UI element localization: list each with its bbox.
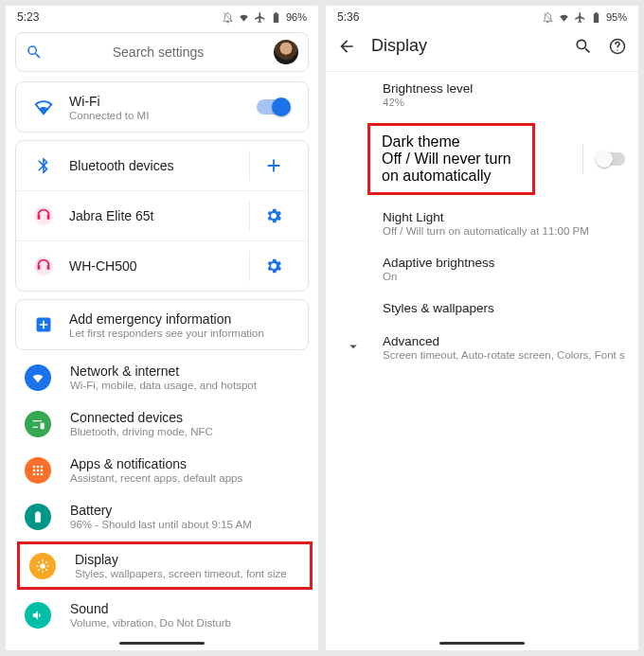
wifi-row[interactable]: Wi-Fi Connected to MI bbox=[16, 82, 308, 132]
battery-icon bbox=[270, 11, 282, 24]
apps-icon bbox=[30, 463, 45, 478]
gear-icon[interactable] bbox=[264, 257, 283, 275]
wifi-icon bbox=[558, 11, 570, 24]
adaptive-sub: On bbox=[383, 271, 625, 282]
wifi-icon bbox=[30, 370, 45, 385]
search-icon[interactable] bbox=[574, 37, 593, 56]
nav-pill[interactable] bbox=[439, 642, 525, 645]
svg-point-3 bbox=[33, 465, 36, 468]
svg-point-6 bbox=[33, 469, 36, 471]
bluetooth-icon bbox=[34, 156, 53, 175]
brightness-icon bbox=[35, 558, 50, 574]
night-title: Night Light bbox=[383, 210, 625, 224]
brightness-sub: 42% bbox=[383, 97, 625, 108]
brightness-title: Brightness level bbox=[383, 81, 625, 96]
search-icon bbox=[26, 44, 43, 61]
apps-sub: Assistant, recent apps, default apps bbox=[70, 472, 311, 484]
dark-toggle[interactable] bbox=[597, 152, 625, 166]
advanced-sub: Screen timeout, Auto-rotate screen, Colo… bbox=[383, 349, 625, 361]
status-bar: 5:36 95% bbox=[326, 6, 638, 27]
chevron-down-icon bbox=[345, 338, 362, 355]
plus-icon[interactable] bbox=[263, 155, 284, 176]
svg-point-5 bbox=[41, 465, 44, 468]
emergency-sub: Let first responders see your informatio… bbox=[69, 328, 296, 339]
battery-pct: 95% bbox=[606, 11, 627, 23]
dnd-icon bbox=[542, 11, 554, 24]
entry-display[interactable]: DisplayStyles, wallpapers, screen timeou… bbox=[17, 541, 313, 590]
nav-pill[interactable] bbox=[119, 642, 205, 645]
entry-network[interactable]: Network & internetWi-Fi, mobile, data us… bbox=[11, 354, 318, 400]
emergency-card[interactable]: Add emergency information Let first resp… bbox=[15, 299, 309, 350]
svg-point-4 bbox=[37, 465, 40, 468]
wifi-card: Wi-Fi Connected to MI bbox=[15, 81, 309, 133]
battery-icon bbox=[590, 11, 602, 24]
clock: 5:23 bbox=[17, 10, 39, 24]
bt2-title: WH-CH500 bbox=[69, 258, 249, 274]
advanced-item[interactable]: Advanced Screen timeout, Auto-rotate scr… bbox=[326, 325, 638, 370]
apps-title: Apps & notifications bbox=[70, 456, 311, 471]
brightness-item[interactable]: Brightness level 42% bbox=[326, 72, 638, 117]
connected-title: Connected devices bbox=[70, 410, 311, 425]
headphones-icon bbox=[33, 205, 54, 226]
svg-point-11 bbox=[41, 472, 44, 475]
back-icon[interactable] bbox=[337, 37, 356, 56]
gear-icon[interactable] bbox=[264, 206, 283, 225]
bluetooth-card: Bluetooth devices Jabra Elite 65t WH-CH5… bbox=[15, 140, 309, 292]
adaptive-title: Adaptive brightness bbox=[383, 256, 625, 270]
airplane-icon bbox=[574, 11, 586, 24]
battery-icon bbox=[31, 510, 45, 523]
help-icon[interactable] bbox=[608, 37, 627, 56]
svg-point-9 bbox=[33, 472, 36, 475]
styles-item[interactable]: Styles & wallpapers bbox=[326, 292, 638, 325]
avatar[interactable] bbox=[274, 40, 298, 64]
display-sub: Styles, wallpapers, screen timeout, font… bbox=[75, 568, 306, 579]
sound-sub: Volume, vibration, Do Not Disturb bbox=[70, 617, 311, 629]
battery-pct: 96% bbox=[286, 11, 307, 23]
airplane-icon bbox=[254, 11, 266, 24]
night-light-item[interactable]: Night Light Off / Will turn on automatic… bbox=[326, 201, 638, 246]
entry-connected[interactable]: Connected devicesBluetooth, driving mode… bbox=[11, 400, 318, 447]
headphones-icon bbox=[33, 256, 54, 276]
plus-square-icon bbox=[34, 315, 53, 334]
status-icons: 95% bbox=[542, 11, 627, 24]
network-sub: Wi-Fi, mobile, data usage, and hotspot bbox=[70, 380, 311, 391]
network-title: Network & internet bbox=[70, 363, 311, 379]
battery-sub: 96% - Should last until about 9:15 AM bbox=[70, 519, 311, 530]
wifi-toggle[interactable] bbox=[257, 99, 289, 115]
search-settings[interactable]: Search settings bbox=[15, 32, 309, 72]
bluetooth-title: Bluetooth devices bbox=[69, 158, 249, 173]
wifi-icon bbox=[238, 11, 250, 24]
wifi-title: Wi-Fi bbox=[69, 94, 249, 109]
bluetooth-row[interactable]: Bluetooth devices bbox=[16, 141, 308, 190]
svg-point-10 bbox=[37, 472, 40, 475]
dark-sub: Off / Will never turn on automatically bbox=[382, 151, 521, 185]
bt-device-2[interactable]: WH-CH500 bbox=[16, 240, 308, 291]
sound-icon bbox=[31, 609, 45, 622]
display-settings-screen: 5:36 95% Display Brightness level 42% Da… bbox=[326, 6, 638, 650]
display-title: Display bbox=[75, 552, 306, 567]
header-title: Display bbox=[371, 36, 559, 56]
svg-point-8 bbox=[41, 469, 44, 471]
styles-title: Styles & wallpapers bbox=[383, 301, 625, 315]
devices-icon bbox=[30, 417, 45, 432]
status-bar: 5:23 96% bbox=[6, 6, 318, 27]
settings-home-screen: 5:23 96% Search settings Wi-Fi Connected… bbox=[6, 6, 318, 650]
bt1-title: Jabra Elite 65t bbox=[69, 208, 249, 223]
settings-list: Network & internetWi-Fi, mobile, data us… bbox=[6, 354, 318, 638]
dnd-icon bbox=[222, 11, 234, 24]
battery-title: Battery bbox=[70, 503, 311, 518]
bt-device-1[interactable]: Jabra Elite 65t bbox=[16, 190, 308, 240]
adaptive-item[interactable]: Adaptive brightness On bbox=[326, 246, 638, 292]
search-placeholder: Search settings bbox=[43, 44, 274, 60]
entry-sound[interactable]: SoundVolume, vibration, Do Not Disturb bbox=[11, 592, 318, 638]
entry-apps[interactable]: Apps & notificationsAssistant, recent ap… bbox=[11, 447, 318, 493]
clock: 5:36 bbox=[337, 10, 359, 24]
wifi-icon bbox=[33, 97, 54, 117]
entry-battery[interactable]: Battery96% - Should last until about 9:1… bbox=[11, 493, 318, 540]
svg-point-12 bbox=[40, 563, 45, 568]
wifi-sub: Connected to MI bbox=[69, 110, 249, 121]
svg-point-14 bbox=[617, 49, 617, 50]
dark-title: Dark theme bbox=[382, 133, 521, 151]
dark-theme-item[interactable]: Dark theme Off / Will never turn on auto… bbox=[367, 123, 535, 195]
emergency-title: Add emergency information bbox=[69, 311, 296, 327]
